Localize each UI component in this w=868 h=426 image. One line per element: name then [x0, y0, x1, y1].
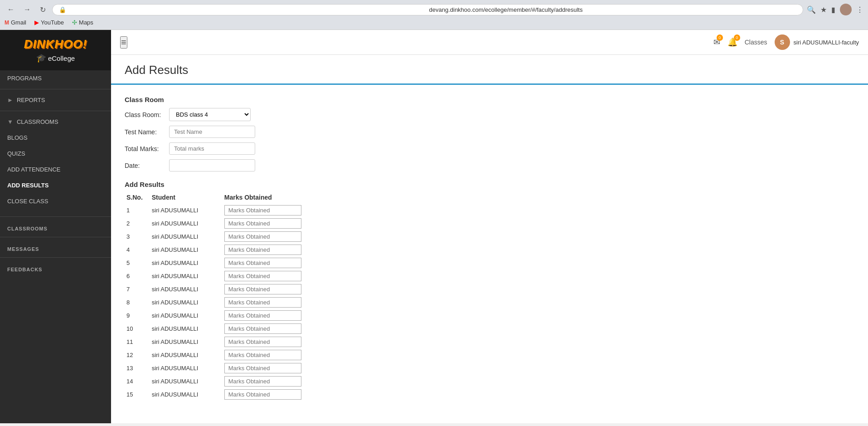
sidebar-item-programs[interactable]: PROGRAMS [0, 70, 111, 86]
student-cell: siri ADUSUMALLI [150, 243, 223, 256]
marks-input-6[interactable] [224, 271, 301, 281]
sidebar-messages-header: MESSAGES [0, 240, 111, 255]
sidebar-classrooms-header: CLASSROOMS [0, 220, 111, 234]
sidebar-logo: DINKHOO! 🎓 eCollege [0, 30, 111, 70]
table-row: 15 siri ADUSUMALLI [125, 388, 313, 401]
marks-input-3[interactable] [224, 231, 301, 242]
date-input[interactable]: 24 - 01 - 2024 [169, 159, 255, 171]
results-table: S.No. Student Marks Obtained 1 siri ADUS… [125, 192, 313, 401]
marks-input-15[interactable] [224, 389, 301, 400]
table-row: 2 siri ADUSUMALLI [125, 217, 313, 230]
forward-button[interactable]: → [21, 5, 34, 15]
sno-cell: 7 [125, 283, 150, 296]
sidebar-item-blogs[interactable]: BLOGS [0, 130, 111, 146]
hamburger-button[interactable]: ≡ [120, 36, 127, 49]
student-cell: siri ADUSUMALLI [150, 362, 223, 375]
marks-input-11[interactable] [224, 337, 301, 347]
sidebar-toggle-icon[interactable]: ▮ [831, 5, 835, 14]
table-row: 7 siri ADUSUMALLI [125, 283, 313, 296]
sidebar-item-reports[interactable]: ► REPORTS [0, 92, 111, 108]
sidebar-item-close-class[interactable]: CLOSE CLASS [0, 193, 111, 209]
marks-cell [223, 348, 313, 362]
marks-cell [223, 230, 313, 243]
sno-cell: 12 [125, 348, 150, 362]
refresh-button[interactable]: ↻ [37, 5, 48, 15]
student-cell: siri ADUSUMALLI [150, 296, 223, 309]
topbar-right: ✉ 0 🔔 0 Classes S siri ADUSUMALLI-facult… [713, 34, 859, 50]
menu-icon[interactable]: ⋮ [856, 5, 863, 14]
class-room-select[interactable]: BDS class 4 BDS class 3 BDS class 2 BDS … [169, 108, 251, 121]
bookmark-maps[interactable]: ✣ Maps [72, 19, 93, 26]
bell-icon-wrap[interactable]: 🔔 0 [727, 37, 737, 47]
sno-cell: 4 [125, 243, 150, 256]
marks-input-13[interactable] [224, 363, 301, 373]
close-class-label: CLOSE CLASS [7, 198, 48, 205]
marks-input-2[interactable] [224, 218, 301, 229]
add-attendance-label: ADD ATTENDENCE [7, 166, 61, 173]
sno-cell: 14 [125, 375, 150, 388]
sidebar-item-quizs[interactable]: QUIZS [0, 146, 111, 162]
marks-cell [223, 217, 313, 230]
topbar: ≡ ✉ 0 🔔 0 Classes S siri ADUSUMALLI-facu… [111, 30, 868, 55]
marks-input-10[interactable] [224, 323, 301, 334]
table-row: 11 siri ADUSUMALLI [125, 335, 313, 348]
mail-badge: 0 [717, 34, 723, 41]
table-header-row: S.No. Student Marks Obtained [125, 192, 313, 204]
marks-cell [223, 388, 313, 401]
bookmark-youtube[interactable]: ▶ YouTube [34, 19, 64, 26]
student-cell: siri ADUSUMALLI [150, 348, 223, 362]
student-cell: siri ADUSUMALLI [150, 335, 223, 348]
student-cell: siri ADUSUMALLI [150, 322, 223, 335]
back-button[interactable]: ← [5, 5, 17, 15]
quizs-label: QUIZS [7, 150, 25, 157]
address-bar[interactable]: 🔒 devang.dinkhoo.com/ecollege/member/#/f… [52, 4, 803, 15]
sidebar-item-add-attendance[interactable]: ADD ATTENDENCE [0, 162, 111, 177]
student-cell: siri ADUSUMALLI [150, 309, 223, 322]
classrooms-arrow: ▼ [7, 118, 13, 125]
test-name-input[interactable] [169, 126, 255, 138]
user-avatar-browser[interactable] [840, 4, 852, 15]
bell-badge: 0 [734, 34, 740, 41]
user-info[interactable]: S siri ADUSUMALLI-faculty [775, 34, 859, 50]
mail-icon-wrap[interactable]: ✉ 0 [713, 37, 720, 47]
bookmarks-bar: M Gmail ▶ YouTube ✣ Maps [5, 18, 863, 27]
marks-input-5[interactable] [224, 258, 301, 268]
marks-cell [223, 322, 313, 335]
sidebar: DINKHOO! 🎓 eCollege PROGRAMS ► REPORTS ▼… [0, 30, 111, 423]
marks-input-1[interactable] [224, 205, 301, 215]
content-body: Class Room Class Room: BDS class 4 BDS c… [111, 85, 868, 421]
url-text: devang.dinkhoo.com/ecollege/member/#/fac… [429, 6, 797, 13]
marks-input-9[interactable] [224, 310, 301, 321]
col-marks: Marks Obtained [223, 192, 313, 204]
classes-link[interactable]: Classes [745, 39, 767, 46]
sidebar-item-add-results[interactable]: ADD RESULTS [0, 177, 111, 193]
sidebar-item-classrooms[interactable]: ▼ CLASSROOMS [0, 114, 111, 130]
bookmark-gmail[interactable]: M Gmail [5, 19, 26, 26]
table-row: 3 siri ADUSUMALLI [125, 230, 313, 243]
class-room-label: Class Room: [125, 111, 165, 118]
student-cell: siri ADUSUMALLI [150, 256, 223, 269]
marks-cell [223, 309, 313, 322]
search-icon[interactable]: 🔍 [807, 5, 816, 14]
marks-input-12[interactable] [224, 350, 301, 360]
table-row: 1 siri ADUSUMALLI [125, 204, 313, 217]
sno-cell: 13 [125, 362, 150, 375]
table-row: 5 siri ADUSUMALLI [125, 256, 313, 269]
marks-cell [223, 296, 313, 309]
marks-input-14[interactable] [224, 376, 301, 387]
sno-cell: 15 [125, 388, 150, 401]
total-marks-input[interactable] [169, 142, 255, 155]
marks-input-7[interactable] [224, 284, 301, 294]
student-cell: siri ADUSUMALLI [150, 217, 223, 230]
marks-input-4[interactable] [224, 245, 301, 255]
user-avatar: S [775, 34, 790, 50]
student-cell: siri ADUSUMALLI [150, 230, 223, 243]
bookmark-icon[interactable]: ★ [820, 5, 827, 14]
date-row: Date: 24 - 01 - 2024 [125, 159, 854, 171]
student-cell: siri ADUSUMALLI [150, 375, 223, 388]
security-icon: 🔒 [59, 6, 427, 13]
marks-input-8[interactable] [224, 297, 301, 308]
page-title: Add Results [125, 63, 854, 77]
test-name-label: Test Name: [125, 128, 165, 136]
marks-cell [223, 283, 313, 296]
